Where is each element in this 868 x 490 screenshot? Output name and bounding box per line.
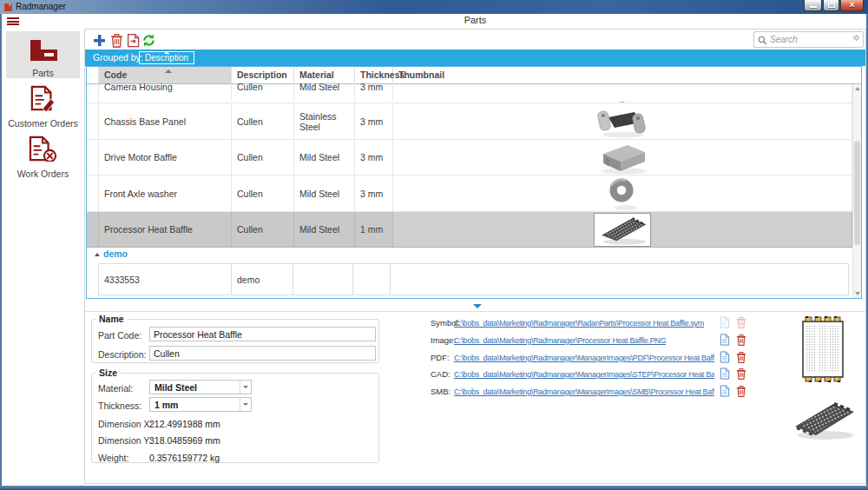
scrollbar-thumb[interactable] bbox=[854, 141, 860, 245]
cell-thickness: 3 mm bbox=[355, 103, 393, 139]
cell-thumbnail bbox=[393, 140, 852, 175]
sidebar-item-label: Customer Orders bbox=[6, 118, 80, 129]
app-icon bbox=[3, 3, 12, 11]
open-file-icon[interactable] bbox=[720, 351, 730, 363]
maximize-button[interactable] bbox=[823, 0, 839, 11]
search-input[interactable] bbox=[770, 33, 850, 46]
delete-file-icon[interactable] bbox=[736, 385, 746, 397]
dimension-y-label: Dimension Y: bbox=[98, 435, 152, 446]
main-panel: Grouped by: Description Code Description… bbox=[84, 29, 866, 484]
table-scrollbar[interactable] bbox=[852, 84, 861, 298]
row-handle bbox=[87, 212, 99, 247]
parts-icon bbox=[28, 39, 59, 62]
material-label: Material: bbox=[98, 383, 133, 394]
open-file-icon[interactable] bbox=[720, 334, 730, 346]
close-button[interactable]: × bbox=[840, 0, 864, 11]
file-label: SMB: bbox=[431, 387, 450, 396]
cell-code: Drive Motor Baffle bbox=[99, 140, 232, 175]
file-link[interactable]: C:\bobs_data\Marketing\Radmanager\RadanP… bbox=[454, 319, 714, 328]
table-row-camera-housing[interactable]: Camera Housing Cullen Mild Steel 3 mm bbox=[87, 84, 852, 103]
table-row-drive-motor-baffle[interactable]: Drive Motor Baffle Cullen Mild Steel 3 m… bbox=[87, 140, 852, 175]
file-row-pdf: PDF: C:\bobs_data\Marketing\Radmanager\M… bbox=[431, 351, 753, 365]
cell-material: Mild Steel bbox=[294, 82, 355, 100]
row-handle bbox=[87, 175, 99, 211]
collapse-panel-icon[interactable] bbox=[473, 304, 482, 308]
sidebar-item-work-orders[interactable]: Work Orders bbox=[6, 136, 80, 181]
cell-thickness bbox=[352, 263, 391, 295]
file-row-symbol: Symbol: C:\bobs_data\Marketing\Radmanage… bbox=[431, 316, 753, 330]
thickness-label: Thickness: bbox=[98, 401, 141, 411]
column-header-thumbnail[interactable]: Thumbnail bbox=[393, 67, 852, 83]
grouped-by-label: Grouped by: bbox=[93, 52, 143, 63]
window-title: Radmanager bbox=[16, 2, 66, 11]
description-input[interactable] bbox=[149, 346, 376, 361]
file-links: Symbol: C:\bobs_data\Marketing\Radmanage… bbox=[431, 315, 753, 405]
table-row-4333553[interactable]: 4333553 demo bbox=[99, 263, 849, 295]
cell-thumbnail bbox=[393, 84, 852, 103]
file-link[interactable]: C:\bobs_data\Marketing\Radmanager\Manage… bbox=[454, 387, 714, 396]
file-link[interactable]: C:\bobs_data\Marketing\Radmanager\Manage… bbox=[454, 370, 714, 379]
row-handle bbox=[87, 84, 99, 103]
description-label: Description: bbox=[98, 349, 146, 360]
file-label: CAD: bbox=[431, 369, 450, 379]
file-link[interactable]: C:\bobs_data\Marketing\Radmanager\Manage… bbox=[454, 354, 714, 362]
export-part-button[interactable] bbox=[126, 33, 141, 48]
dimension-y-value: 318.0485969 mm bbox=[149, 435, 220, 446]
delete-file-icon[interactable] bbox=[736, 351, 746, 363]
work-orders-icon bbox=[29, 136, 57, 162]
open-file-icon[interactable] bbox=[720, 316, 730, 328]
open-file-icon[interactable] bbox=[720, 368, 730, 380]
file-row-smb: SMB: C:\bobs_data\Marketing\Radmanager\M… bbox=[431, 385, 753, 399]
sidebar-item-label: Parts bbox=[6, 68, 80, 78]
thumbnail-chassis-base-panel bbox=[595, 104, 649, 139]
table-row-front-axle-washer[interactable]: Front Axle washer Cullen Mild Steel 3 mm bbox=[87, 175, 852, 212]
scroll-down-icon[interactable] bbox=[855, 292, 860, 295]
cell-code: Chassis Base Panel bbox=[99, 103, 232, 139]
cell-thickness: 3 mm bbox=[355, 175, 393, 211]
panel-splitter[interactable] bbox=[85, 300, 865, 311]
collapse-icon bbox=[95, 253, 100, 256]
table-row-processor-heat-baffle-selected[interactable]: Processor Heat Baffle Cullen Mild Steel … bbox=[87, 212, 852, 248]
add-part-button[interactable] bbox=[92, 33, 107, 48]
symbol-preview-image bbox=[800, 315, 845, 386]
cell-code: Front Axle washer bbox=[99, 175, 232, 211]
cell-material: Mild Steel bbox=[294, 140, 355, 175]
file-row-cad: CAD: C:\bobs_data\Marketing\Radmanager\M… bbox=[431, 368, 753, 381]
weight-label: Weight: bbox=[98, 453, 128, 463]
cell-description: Cullen bbox=[232, 175, 294, 211]
file-link[interactable]: C:\bobs_data\Marketing\Radmanager\Proces… bbox=[454, 336, 714, 345]
delete-part-button[interactable] bbox=[109, 33, 124, 48]
cell-description: Cullen bbox=[232, 212, 294, 247]
dimension-x-label: Dimension X: bbox=[98, 419, 152, 429]
cell-description: Cullen bbox=[232, 82, 294, 100]
sidebar-item-parts[interactable]: Parts bbox=[6, 31, 80, 78]
delete-file-icon[interactable] bbox=[736, 334, 746, 346]
material-select[interactable]: Mild Steel bbox=[149, 380, 252, 394]
refresh-button[interactable] bbox=[141, 33, 156, 48]
search-options-gear-icon[interactable] bbox=[852, 34, 860, 42]
cell-material bbox=[293, 263, 353, 295]
row-handle bbox=[87, 103, 99, 139]
file-label: PDF: bbox=[431, 353, 450, 362]
delete-file-icon[interactable] bbox=[736, 368, 746, 380]
delete-file-icon[interactable] bbox=[736, 316, 746, 328]
menu-icon[interactable] bbox=[7, 17, 19, 27]
scroll-up-icon[interactable] bbox=[855, 87, 860, 90]
search-icon bbox=[758, 36, 767, 45]
minimize-button[interactable] bbox=[804, 0, 822, 11]
cell-description: demo bbox=[231, 263, 293, 295]
open-file-icon[interactable] bbox=[720, 385, 730, 397]
cell-thickness: 1 mm bbox=[355, 212, 393, 247]
thickness-value: 1 mm bbox=[155, 400, 178, 410]
cell-code: Processor Heat Baffle bbox=[99, 212, 232, 247]
thickness-select[interactable]: 1 mm bbox=[149, 397, 252, 412]
part-code-input[interactable] bbox=[149, 327, 376, 341]
group-by-description-button[interactable]: Description bbox=[139, 51, 194, 64]
sidebar-item-customer-orders[interactable]: Customer Orders bbox=[6, 85, 80, 130]
weight-value: 0.3576159772 kg bbox=[149, 453, 220, 463]
part-3d-preview-image bbox=[788, 397, 858, 442]
group-header-demo[interactable]: demo bbox=[87, 248, 852, 261]
table-row-chassis-base-panel[interactable]: Chassis Base Panel Cullen Stainless Stee… bbox=[87, 103, 852, 140]
cell-description: Cullen bbox=[232, 103, 294, 139]
file-row-image: Image: C:\bobs_data\Marketing\Radmanager… bbox=[431, 334, 753, 348]
